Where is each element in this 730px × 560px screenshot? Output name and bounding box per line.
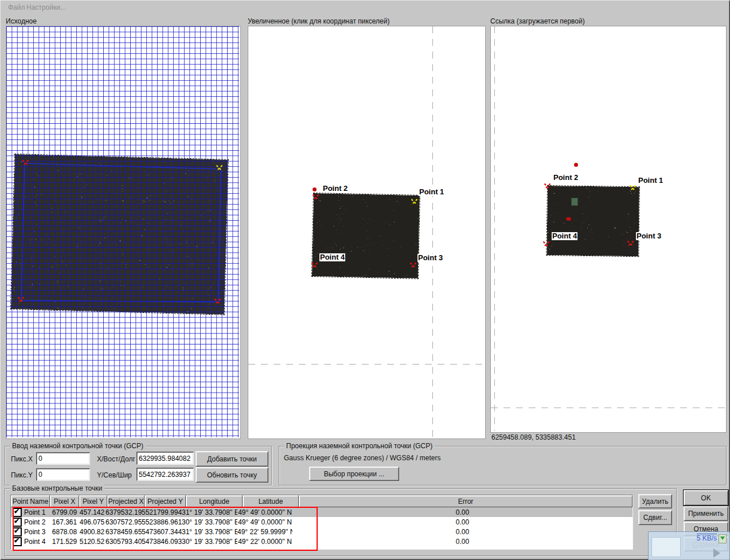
gcp-marker-point4-red-icon[interactable] (542, 240, 551, 249)
menu-settings[interactable]: Настройки... (26, 2, 66, 12)
update-point-button[interactable]: Обновить точку (196, 467, 268, 483)
pixel-y-label: Пикс.Y (11, 471, 33, 479)
checkbox-checked-icon[interactable] (13, 537, 22, 546)
download-speed-text: 5 KB/s (697, 534, 717, 542)
add-points-button[interactable]: Добавить точки (196, 451, 268, 467)
gcp-marker-point2-red-icon[interactable] (21, 159, 30, 167)
point1-label: Point 1 (638, 177, 663, 185)
point2-label: Point 2 (322, 185, 348, 193)
red-dot-icon (313, 187, 317, 191)
pixel-y-input[interactable] (36, 468, 90, 481)
gcp-input-group: Ввод наземной контрольной точки (GCP) Пи… (5, 446, 272, 485)
shift-button[interactable]: Сдвиг... (638, 510, 672, 525)
point4-label: Point 4 (552, 232, 577, 240)
zoomed-map-viewport[interactable]: Point 2 Point 1 Point 4 Point 3 (248, 26, 486, 439)
checkbox-checked-icon[interactable] (13, 527, 22, 536)
apply-button[interactable]: Применить (684, 506, 728, 521)
gcp-marker-point3-red-icon[interactable] (213, 297, 222, 306)
overlay-inner-box (651, 537, 681, 557)
control-points-group-title: Базовые контрольные точки (10, 484, 104, 492)
network-speed-overlay: 5 KB/s (648, 531, 730, 560)
col-longitude[interactable]: Longitude (186, 495, 243, 507)
red-ellipse-feature (566, 217, 571, 221)
source-panel-title: Исходное (6, 17, 37, 25)
east-label: X/Вост/Долг (97, 455, 135, 463)
gcp-table-header: Point Name Pixel X Pixel Y Projected X P… (11, 495, 633, 507)
gcp-marker-point4-red-icon[interactable] (310, 261, 319, 270)
gcp-marker-point1-yellow-icon[interactable] (410, 198, 419, 206)
point4-label: Point 4 (319, 253, 345, 261)
checkbox-checked-icon[interactable] (13, 508, 22, 517)
north-label: Y/Сев/Шир (97, 471, 132, 479)
east-input[interactable] (136, 452, 194, 465)
reference-panel-title: Ссылка (загружается первой) (490, 17, 585, 25)
red-dot-icon (574, 163, 578, 167)
zoomed-map-image (311, 193, 420, 279)
col-point-name[interactable]: Point Name (11, 495, 50, 507)
table-row[interactable]: Point 3 6878.08 4900.82 6378459.650 5473… (11, 527, 633, 536)
zoomed-panel-title: Увеличенное (клик для координат пикселей… (248, 17, 389, 25)
table-row[interactable]: Point 4 171.529 5120.52 6305793.408 5473… (11, 536, 633, 546)
gcp-marker-point1-yellow-icon[interactable] (215, 164, 224, 173)
crosshair-horizontal-line (248, 364, 484, 365)
projection-value: Gauss Krueger (6 degree zones) / WGS84 /… (284, 454, 440, 462)
checkbox-checked-icon[interactable] (13, 518, 22, 527)
projection-group: Проекция наземной контрольной точки (GCP… (279, 446, 727, 485)
gcp-marker-point1-yellow-icon[interactable] (628, 184, 637, 193)
north-input[interactable] (136, 468, 194, 481)
overlay-cursor-arrow-icon (713, 549, 725, 558)
menu-file[interactable]: Файл (8, 2, 25, 12)
point2-label: Point 2 (553, 174, 579, 182)
col-projected-y[interactable]: Projected Y (145, 495, 186, 507)
gcp-marker-point3-red-icon[interactable] (409, 261, 417, 270)
control-points-group: Базовые контрольные точки Point Name Pix… (5, 488, 677, 556)
point1-label: Point 1 (419, 188, 444, 196)
point3-label: Point 3 (636, 232, 662, 240)
source-map-image (10, 154, 229, 315)
table-row[interactable]: Point 1 6799.09 457.142 6379532.193 5521… (11, 507, 633, 517)
gcp-table: Point Name Pixel X Pixel Y Projected X P… (10, 495, 633, 550)
download-arrow-icon (719, 534, 727, 543)
gcp-marker-point2-red-icon[interactable] (543, 182, 552, 191)
ok-button[interactable]: OK (684, 490, 728, 506)
pixel-x-input[interactable] (36, 452, 90, 465)
source-map-viewport[interactable] (6, 26, 241, 439)
crosshair-vertical-line (432, 26, 433, 437)
crosshair-vertical-line (494, 26, 495, 431)
col-latitude[interactable]: Latitude (243, 495, 299, 507)
gcp-marker-point2-red-icon[interactable] (311, 193, 320, 202)
col-error[interactable]: Error (299, 495, 633, 507)
gcp-marker-point4-red-icon[interactable] (17, 296, 25, 304)
delete-button[interactable]: Удалить (638, 494, 672, 508)
green-square-feature (571, 198, 578, 206)
projection-group-title: Проекция наземной контрольной точки (GCP… (284, 442, 435, 450)
reference-coords-status: 6259458.089, 5335883.451 (491, 433, 576, 441)
gcp-input-group-title: Ввод наземной контрольной точки (GCP) (10, 442, 146, 450)
gcp-editor-window: Файл Настройки... Исходное Увеличенное (… (0, 0, 730, 560)
point3-label: Point 3 (417, 254, 443, 262)
col-pixel-y[interactable]: Pixel Y (79, 495, 107, 507)
col-projected-x[interactable]: Projected X (107, 495, 145, 507)
col-pixel-x[interactable]: Pixel X (50, 495, 79, 507)
reference-map-viewport[interactable]: Point 2 Point 1 Point 4 Point 3 (490, 26, 727, 433)
gcp-marker-point3-red-icon[interactable] (626, 240, 635, 248)
table-row[interactable]: Point 2 167.361 496.075 6307572.951 5523… (11, 517, 633, 527)
choose-projection-button[interactable]: Выбор проекции ... (309, 467, 399, 481)
pixel-x-label: Пикс.X (11, 455, 33, 463)
crosshair-horizontal-line (491, 408, 725, 408)
